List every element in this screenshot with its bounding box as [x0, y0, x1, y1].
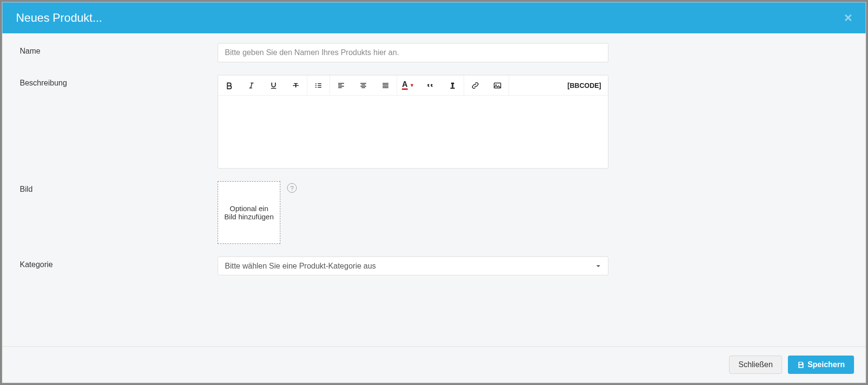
modal-body: Name Beschreibung — [2, 33, 866, 346]
svg-point-6 — [316, 83, 317, 84]
image-upload-box[interactable]: Optional ein Bild hinzufügen — [218, 181, 280, 244]
form-row-description: Beschreibung — [20, 75, 848, 169]
underline-icon[interactable] — [262, 75, 285, 95]
form-row-name: Name — [20, 43, 848, 62]
align-center-icon[interactable] — [352, 75, 374, 95]
bbcode-toggle[interactable]: [BBCODE] — [561, 75, 608, 95]
editor-toolbar: T — [218, 75, 608, 96]
image-upload-text: Optional ein Bild hinzufügen — [223, 204, 275, 221]
strikethrough-icon[interactable]: T — [285, 75, 307, 95]
modal-header: Neues Produkt... × — [2, 2, 866, 33]
modal-title: Neues Produkt... — [16, 11, 102, 25]
save-icon — [797, 361, 805, 369]
description-textarea[interactable] — [218, 96, 608, 168]
form-row-image: Bild Optional ein Bild hinzufügen ? — [20, 181, 848, 244]
name-input[interactable] — [218, 43, 608, 62]
help-icon[interactable]: ? — [287, 183, 297, 193]
modal-footer: Schließen Speichern — [2, 346, 866, 383]
svg-point-8 — [316, 86, 317, 87]
category-label: Kategorie — [20, 257, 218, 275]
product-modal: Neues Produkt... × Name Beschreibung — [2, 2, 866, 383]
svg-rect-24 — [451, 83, 454, 84]
italic-icon[interactable] — [240, 75, 262, 95]
svg-rect-25 — [451, 87, 455, 88]
svg-point-7 — [316, 85, 317, 86]
name-label: Name — [20, 43, 218, 62]
link-icon[interactable] — [464, 75, 486, 95]
form-row-category: Kategorie Bitte wählen Sie eine Produkt-… — [20, 257, 848, 275]
list-icon[interactable] — [307, 75, 330, 95]
rich-text-editor: T — [218, 75, 608, 169]
svg-line-2 — [251, 83, 252, 88]
close-button[interactable]: Schließen — [729, 356, 782, 374]
remove-format-icon[interactable] — [441, 75, 464, 95]
align-left-icon[interactable] — [330, 75, 352, 95]
save-button[interactable]: Speichern — [788, 356, 854, 374]
category-select[interactable]: Bitte wählen Sie eine Produkt-Kategorie … — [218, 257, 608, 275]
image-label: Bild — [20, 181, 218, 244]
close-icon[interactable]: × — [844, 11, 852, 25]
align-justify-icon[interactable] — [374, 75, 397, 95]
quote-icon[interactable] — [419, 75, 441, 95]
save-button-label: Speichern — [808, 360, 845, 369]
close-button-label: Schließen — [738, 360, 772, 369]
bold-icon[interactable] — [218, 75, 240, 95]
image-icon[interactable] — [486, 75, 509, 95]
description-label: Beschreibung — [20, 75, 218, 169]
font-color-icon[interactable]: A▼ — [397, 75, 419, 95]
